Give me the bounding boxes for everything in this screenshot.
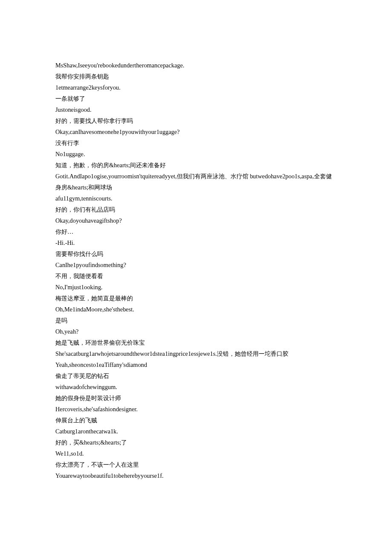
text-line: Oh,Me1indaMoore,she'sthebest. — [55, 304, 337, 315]
text-line: Youarewaytoobeautifu1tobeherebyyourse1f. — [55, 470, 337, 481]
text-line: Justoneisgood. — [55, 104, 337, 115]
text-line: 她的假身份是时装设计师 — [55, 392, 337, 404]
text-line: afu11gym,tenniscourts. — [55, 193, 337, 204]
text-line: 不用，我随便看看 — [55, 270, 337, 282]
text-line: 1etmearrange2keysforyou. — [55, 82, 337, 93]
text-line: No1uggage. — [55, 148, 337, 160]
text-line: Yeah,sheoncesto1eaTiffany'sdiamond — [55, 359, 337, 370]
text-line: 她是飞贼，环游世界偷窃无价珠宝 — [55, 337, 337, 348]
text-line: 知道，抱歉，你的房&hearts;间还未准备好 — [55, 160, 337, 171]
text-line: 是吗 — [55, 315, 337, 326]
text-line: CanIhe1pyoufindsomething? — [55, 259, 337, 270]
text-line: Oh,yeah? — [55, 326, 337, 337]
text-line: 你好… — [55, 226, 337, 237]
text-line: 一条就够了 — [55, 93, 337, 104]
text-line: 没有行李 — [55, 137, 337, 148]
text-line: 你太漂亮了，不该一个人在这里 — [55, 459, 337, 470]
document-page: MsShaw,Iseeyou'rebookedundertheromancepa… — [0, 0, 392, 555]
text-line: Okay,canIhavesomeonehe1pyouwithyour1ugga… — [55, 126, 337, 137]
text-line: No,I'mjust1ooking. — [55, 282, 337, 293]
text-line: 偷走了蒂芙尼的钻石 — [55, 370, 337, 381]
text-line: -Hi.-Hi. — [55, 237, 337, 248]
text-line: 好的，需要找人帮你拿行李吗 — [55, 115, 337, 126]
text-line: MsShaw,Iseeyou'rebookedundertheromancepa… — [55, 60, 337, 71]
text-line: Okay,doyouhaveagiftshop? — [55, 215, 337, 226]
text-line: withawadofchewinggum. — [55, 381, 337, 392]
text-line: 需要帮你找什么吗 — [55, 248, 337, 259]
text-line: Hercoveris,she'safashiondesigner. — [55, 404, 337, 415]
text-line: 伸展台上的飞贼 — [55, 415, 337, 426]
text-line: 好的，买&hearts;&hearts;了 — [55, 437, 337, 448]
text-line: 我帮你安排两条钥匙 — [55, 71, 337, 82]
text-line: 好的，你们有礼品店吗 — [55, 204, 337, 215]
text-line: We11,so1d. — [55, 448, 337, 459]
text-line: Catburg1aronthecatwa1k. — [55, 426, 337, 437]
text-line: 梅莲达摩亚，她简直是最棒的 — [55, 293, 337, 304]
text-line: Gotit.AndIapo1ogise,yourroomisn'tquitere… — [55, 171, 337, 193]
text-line: She'sacatburg1arwhojetsaroundthewor1dste… — [55, 348, 337, 359]
